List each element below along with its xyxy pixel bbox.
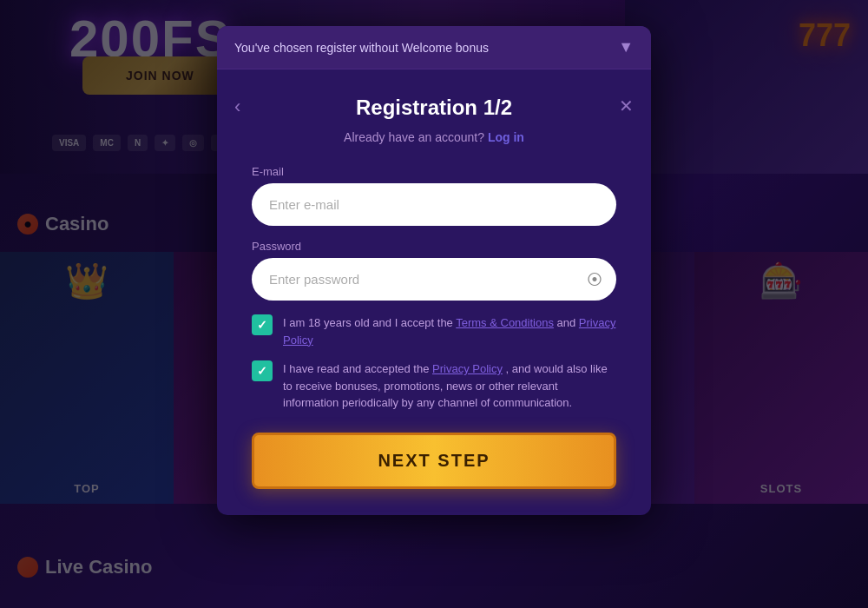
password-input[interactable]: [252, 258, 616, 301]
email-label: E-mail: [252, 165, 616, 178]
marketing-text: I have read and accepted the Privacy Pol…: [283, 360, 616, 412]
privacy-policy-link-2[interactable]: Privacy Policy: [432, 362, 503, 375]
email-input-wrapper: [252, 183, 616, 226]
terms-checkbox-row: ✓ I am 18 years old and I accept the Ter…: [252, 314, 616, 348]
registration-modal: You've chosen register without Welcome b…: [217, 26, 651, 515]
terms-checkbox[interactable]: ✓: [252, 314, 273, 335]
toggle-password-icon[interactable]: ⦿: [587, 270, 602, 288]
email-input[interactable]: [252, 183, 616, 226]
back-button[interactable]: ‹: [234, 96, 240, 118]
password-input-wrapper: ⦿: [252, 258, 616, 301]
modal-body: ‹ ✕ Registration 1/2 Already have an acc…: [217, 69, 651, 515]
modal-subtitle: Already have an account? Log in: [252, 130, 616, 144]
password-label: Password: [252, 240, 616, 253]
terms-link[interactable]: Terms & Conditions: [456, 316, 554, 329]
next-step-button[interactable]: NEXT STEP: [252, 433, 616, 489]
subtitle-static-text: Already have an account?: [344, 130, 484, 144]
check-icon: ✓: [257, 318, 267, 332]
modal-title: Registration 1/2: [252, 96, 616, 120]
login-link[interactable]: Log in: [488, 130, 524, 144]
modal-banner: You've chosen register without Welcome b…: [217, 26, 651, 69]
marketing-checkbox[interactable]: ✓: [252, 360, 273, 381]
close-button[interactable]: ✕: [619, 96, 634, 116]
privacy-policy-link-1[interactable]: Privacy Policy: [283, 316, 615, 347]
terms-text: I am 18 years old and I accept the Terms…: [283, 314, 616, 348]
check-icon-2: ✓: [257, 364, 267, 378]
banner-text: You've chosen register without Welcome b…: [234, 41, 489, 55]
banner-chevron-icon[interactable]: ▼: [618, 38, 634, 56]
marketing-checkbox-row: ✓ I have read and accepted the Privacy P…: [252, 360, 616, 412]
